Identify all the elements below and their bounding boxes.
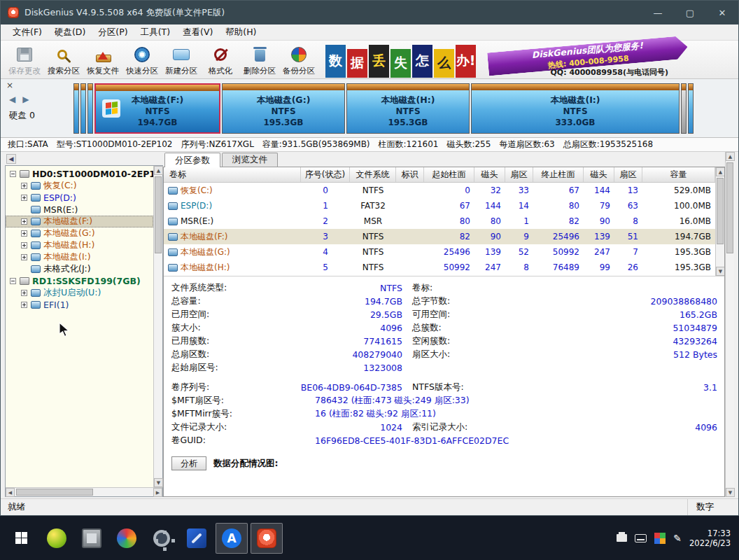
scroll-down-icon[interactable] — [716, 267, 725, 276]
expander-icon[interactable] — [21, 218, 27, 225]
expander-icon[interactable] — [21, 302, 27, 308]
main-vertical-scrollbar[interactable] — [725, 152, 734, 497]
menu-partition[interactable]: 分区(P) — [92, 27, 134, 38]
taskbar-app-tools[interactable] — [181, 523, 213, 554]
tree-item-local-g[interactable]: 本地磁盘(G:) — [6, 227, 153, 239]
column-header[interactable]: 文件系统 — [350, 167, 396, 182]
tree-item-rd1[interactable]: RD1:SSKSFD199(7GB) — [6, 275, 153, 287]
new-partition-button[interactable]: 新建分区 — [162, 42, 201, 78]
close-button[interactable]: ✕ — [706, 1, 738, 24]
maximize-button[interactable]: ▢ — [674, 1, 706, 24]
expander-icon[interactable] — [21, 254, 27, 260]
scroll-up-icon[interactable] — [716, 167, 725, 176]
minimize-button[interactable]: — — [642, 1, 674, 24]
column-header[interactable]: 容量 — [642, 167, 715, 182]
table-vertical-scrollbar[interactable] — [715, 167, 724, 276]
scroll-down-icon[interactable] — [154, 478, 163, 487]
tree-horizontal-scrollbar[interactable] — [6, 487, 162, 496]
scroll-right-icon[interactable] — [153, 488, 162, 497]
ime-language-icon[interactable] — [654, 533, 666, 544]
column-header[interactable]: 扇区 — [505, 167, 533, 182]
column-header[interactable]: 起始柱面 — [424, 167, 474, 182]
expander-icon[interactable] — [10, 171, 16, 177]
partition-sliver[interactable] — [80, 83, 86, 134]
overview-close-icon[interactable]: × — [6, 80, 13, 90]
scroll-down-icon[interactable] — [726, 488, 735, 497]
next-disk-icon[interactable]: ▶ — [22, 94, 29, 104]
tab-partition-params[interactable]: 分区参数 — [164, 153, 220, 167]
tree-item-unformatted-j[interactable]: 未格式化(J:) — [6, 263, 153, 275]
scroll-up-icon[interactable] — [726, 152, 735, 161]
column-header[interactable]: 卷标 — [164, 167, 301, 182]
tree-item-msr-e[interactable]: MSR(E:) — [6, 204, 153, 216]
prev-disk-icon[interactable]: ◀ — [9, 94, 15, 104]
keyboard-icon[interactable] — [635, 534, 647, 542]
table-row[interactable]: 本地磁盘(G:) 4 NTFS 25496 139 52 50992 247 7 — [164, 244, 715, 260]
partition-sliver[interactable] — [73, 83, 79, 134]
table-row[interactable]: MSR(E:) 2 MSR 80 80 1 82 90 8 16.0MB — [164, 214, 715, 229]
main-split: ◀ HD0:ST1000DM010-2EP102 (93 — [1, 152, 738, 498]
tree-item-local-i[interactable]: 本地磁盘(I:) — [6, 251, 153, 263]
tab-browse-files[interactable]: 浏览文件 — [222, 153, 278, 167]
tree-item-recovery-c[interactable]: 恢复(C:) — [6, 180, 153, 192]
numlock-indicator: 数字 — [688, 499, 738, 515]
taskbar-app-hardware[interactable] — [76, 523, 108, 554]
pen-icon[interactable] — [673, 533, 682, 544]
printer-icon[interactable] — [617, 534, 627, 542]
delete-partition-button[interactable]: 删除分区 — [240, 42, 279, 78]
taskbar-app-a[interactable] — [216, 523, 248, 554]
recover-files-button[interactable]: 恢复文件 — [83, 42, 122, 78]
menu-view[interactable]: 查看(V) — [176, 27, 219, 38]
info-serial: 序列号:NZ617XGL — [181, 139, 254, 150]
save-changes-button[interactable]: 保存更改 — [5, 42, 44, 78]
menu-tools[interactable]: 工具(T) — [134, 27, 176, 38]
menu-help[interactable]: 帮助(H) — [219, 27, 262, 38]
expander-icon[interactable] — [21, 242, 27, 248]
search-partition-button[interactable]: 搜索分区 — [44, 42, 83, 78]
menu-file[interactable]: 文件(F) — [6, 27, 48, 38]
expander-icon[interactable] — [21, 230, 27, 237]
partition-block-g[interactable]: 本地磁盘(G:) NTFS 195.3GB — [222, 83, 345, 134]
start-button[interactable] — [3, 522, 39, 555]
collapse-panel-icon[interactable]: ◀ — [6, 154, 16, 164]
partition-sliver[interactable] — [688, 83, 694, 134]
column-header[interactable]: 终止柱面 — [533, 167, 584, 182]
partition-block-i[interactable]: 本地磁盘(I:) NTFS 333.0GB — [471, 83, 680, 134]
taskbar-app-utility[interactable] — [111, 523, 143, 554]
partition-sliver[interactable] — [87, 83, 93, 134]
analyze-button[interactable]: 分析 — [171, 456, 206, 470]
partition-block-h[interactable]: 本地磁盘(H:) NTFS 195.3GB — [346, 83, 470, 134]
tree-item-efi-1[interactable]: EFI(1) — [6, 299, 153, 311]
format-button[interactable]: 格式化 — [201, 42, 240, 78]
taskbar-app-pe-tool[interactable] — [41, 523, 73, 554]
tree-item-usb-boot-u[interactable]: 冰封U启动(U:) — [6, 287, 153, 299]
menu-disk[interactable]: 硬盘(D) — [48, 27, 92, 38]
taskbar-app-settings[interactable] — [146, 523, 178, 554]
scroll-up-icon[interactable] — [154, 166, 163, 175]
backup-partition-button[interactable]: 备份分区 — [279, 42, 318, 78]
quick-partition-button[interactable]: 快速分区 — [122, 42, 162, 78]
partition-block-f[interactable]: 本地磁盘(F:) NTFS 194.7GB — [94, 83, 220, 134]
scroll-left-icon[interactable] — [6, 488, 15, 497]
table-row[interactable]: 恢复(C:) 0 NTFS 0 32 33 67 144 13 529.0MB — [164, 183, 715, 198]
tree-vertical-scrollbar[interactable] — [153, 166, 162, 487]
expander-icon[interactable] — [21, 290, 27, 296]
tree-item-local-f[interactable]: 本地磁盘(F:) — [6, 216, 153, 227]
table-row[interactable]: ESP(D:) 1 FAT32 67 144 14 80 79 63 100. — [164, 198, 715, 214]
expander-icon[interactable] — [21, 195, 27, 201]
table-row[interactable]: 本地磁盘(H:) 5 NTFS 50992 247 8 76489 99 26 — [164, 260, 715, 275]
tree-item-hd0[interactable]: HD0:ST1000DM010-2EP102 (93 — [6, 168, 153, 180]
taskbar-app-diskgenius[interactable] — [251, 523, 283, 554]
table-row-selected[interactable]: 本地磁盘(F:) 3 NTFS 82 90 9 25496 139 51 19 — [164, 229, 715, 244]
column-header[interactable]: 标识 — [396, 167, 424, 182]
column-header[interactable]: 扇区 — [614, 167, 642, 182]
expander-icon[interactable] — [21, 183, 27, 189]
column-header[interactable]: 序号(状态) — [301, 167, 350, 182]
partition-sliver-unformatted[interactable] — [681, 83, 687, 134]
tree-item-local-h[interactable]: 本地磁盘(H:) — [6, 239, 153, 251]
expander-icon[interactable] — [10, 278, 16, 284]
tree-item-esp-d[interactable]: ESP(D:) — [6, 192, 153, 204]
column-header[interactable]: 磁头 — [474, 167, 505, 182]
taskbar-clock[interactable]: 17:33 2022/6/23 — [689, 528, 731, 548]
column-header[interactable]: 磁头 — [584, 167, 614, 182]
